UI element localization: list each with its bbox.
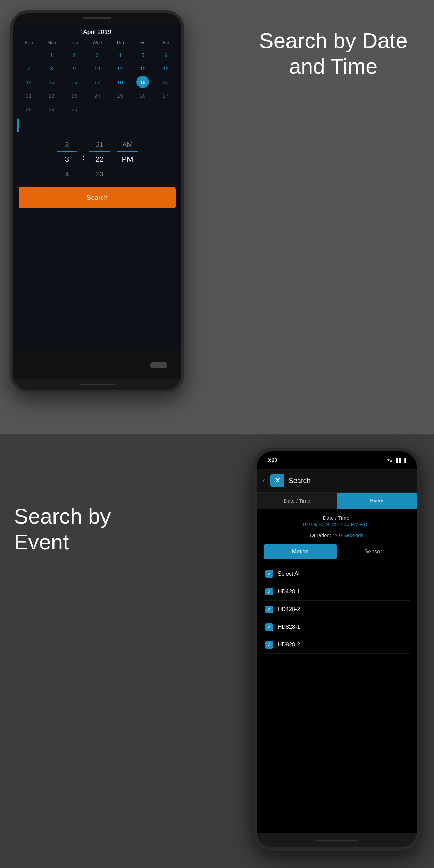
check-hd428-2[interactable]: ✓ HD428-2 bbox=[264, 601, 410, 618]
checkbox-hd828-1[interactable]: ✓ bbox=[265, 623, 273, 631]
cal-week-3: 14 15 16 17 18 19 20 bbox=[17, 76, 177, 89]
cal-day-29[interactable]: 29 bbox=[40, 103, 63, 116]
cal-day-23[interactable]: 23 bbox=[63, 89, 86, 102]
calendar-weekdays: Sun Mon Tue Wed Thu Fri Sat bbox=[17, 39, 177, 47]
cal-day-8[interactable]: 8 bbox=[40, 62, 63, 75]
check-label-select-all: Select All bbox=[278, 571, 301, 577]
hour-prev: 2 bbox=[65, 139, 69, 151]
cal-day-7[interactable]: 7 bbox=[17, 62, 40, 75]
calendar-grid: Sun Mon Tue Wed Thu Fri Sat 1 2 3 4 5 6 bbox=[13, 39, 181, 116]
tab-bar: Date / Time Event bbox=[257, 493, 417, 509]
check-label-hd428-2: HD428-2 bbox=[278, 606, 300, 612]
chin-bar bbox=[80, 384, 115, 385]
phone2-screen: ‹ ✕ Search Date / Time Event Date / Time… bbox=[257, 469, 417, 833]
tab-event[interactable]: Event bbox=[337, 493, 417, 509]
top-section: Search by Date and Time April 2019 Sun M… bbox=[0, 0, 434, 434]
hour-active: 3 bbox=[65, 153, 69, 166]
home-button[interactable] bbox=[150, 362, 167, 368]
checkbox-hd428-1[interactable]: ✓ bbox=[265, 588, 273, 595]
battery-icon: ▐ bbox=[403, 458, 406, 463]
event-tab-motion[interactable]: Motion bbox=[264, 544, 337, 559]
min-underline bbox=[89, 151, 110, 152]
check-hd828-1[interactable]: ✓ HD828-1 bbox=[264, 618, 410, 636]
cal-day-15[interactable]: 15 bbox=[40, 76, 63, 89]
cal-day-25[interactable]: 25 bbox=[109, 89, 132, 102]
ampm-column[interactable]: AM PM bbox=[114, 139, 141, 180]
phone2-chin bbox=[257, 833, 417, 847]
cal-week-1: 1 2 3 4 5 6 bbox=[17, 49, 177, 61]
cal-day-2[interactable]: 2 bbox=[63, 49, 86, 61]
cal-day-26[interactable]: 26 bbox=[132, 89, 155, 102]
phone1-bottom-nav: ‹ bbox=[13, 351, 181, 379]
cal-day-empty3 bbox=[132, 103, 155, 116]
cal-day-30[interactable]: 30 bbox=[63, 103, 86, 116]
check-icon: ✓ bbox=[267, 607, 271, 612]
speaker bbox=[83, 17, 111, 19]
cal-day-5[interactable]: 5 bbox=[132, 49, 155, 61]
cal-day-13[interactable]: 13 bbox=[154, 62, 177, 75]
hour-column[interactable]: 2 3 4 bbox=[53, 139, 81, 180]
cal-day-6[interactable]: 6 bbox=[154, 49, 177, 61]
check-label-hd428-1: HD428-1 bbox=[278, 589, 300, 595]
cal-day-19-selected[interactable]: 19 bbox=[136, 76, 149, 88]
cal-day-10[interactable]: 10 bbox=[86, 62, 109, 75]
cal-day-27[interactable]: 27 bbox=[154, 89, 177, 102]
app-header: ‹ ✕ Search bbox=[257, 469, 417, 493]
event-tab-sensor[interactable]: Sensor bbox=[337, 544, 410, 559]
checkbox-hd828-2[interactable]: ✓ bbox=[265, 641, 273, 649]
cal-day-3[interactable]: 3 bbox=[86, 49, 109, 61]
signal-icon: ▐▐ bbox=[394, 458, 401, 463]
min-active: 22 bbox=[95, 153, 104, 166]
ampm-underline2 bbox=[117, 167, 138, 167]
bottom-label: Search by Event bbox=[14, 503, 111, 555]
ampm-prev: AM bbox=[122, 139, 133, 151]
minute-column[interactable]: 21 22 23 bbox=[86, 139, 114, 180]
min-underline2 bbox=[89, 167, 110, 167]
datetime-value: 04/19/2019, 3:22:00 PM PDT bbox=[303, 521, 370, 527]
cal-day-21[interactable]: 21 bbox=[17, 89, 40, 102]
check-label-hd828-1: HD828-1 bbox=[278, 624, 300, 630]
check-hd828-2[interactable]: ✓ HD828-2 bbox=[264, 636, 410, 654]
checkbox-hd428-2[interactable]: ✓ bbox=[265, 606, 273, 613]
back-arrow-icon[interactable]: ‹ bbox=[262, 476, 265, 485]
phone2: 3:23 ▾▴ ▐▐ ▐ ‹ ✕ Search Date / Time Even… bbox=[253, 448, 420, 851]
weekday-thu: Thu bbox=[109, 39, 132, 47]
min-next: 23 bbox=[96, 168, 103, 180]
app-logo: ✕ bbox=[270, 474, 284, 487]
checkbox-select-all[interactable]: ✓ bbox=[265, 570, 273, 578]
time-picker: 2 3 4 : 21 22 23 AM bbox=[13, 135, 181, 180]
min-prev: 21 bbox=[96, 139, 103, 151]
status-bar: 3:23 ▾▴ ▐▐ ▐ bbox=[257, 451, 417, 469]
ampm-empty bbox=[126, 168, 128, 180]
cal-week-2: 7 8 9 10 11 12 13 bbox=[17, 62, 177, 75]
check-label-hd828-2: HD828-2 bbox=[278, 642, 300, 648]
check-hd428-1[interactable]: ✓ HD428-1 bbox=[264, 583, 410, 601]
cal-day-24[interactable]: 24 bbox=[86, 89, 109, 102]
cal-day-11[interactable]: 11 bbox=[109, 62, 132, 75]
ampm-active: PM bbox=[122, 153, 133, 166]
calendar-divider bbox=[17, 118, 19, 132]
cal-day-28[interactable]: 28 bbox=[17, 103, 40, 116]
check-icon: ✓ bbox=[267, 624, 271, 630]
cal-day-17[interactable]: 17 bbox=[86, 76, 109, 89]
cal-day-1[interactable]: 1 bbox=[40, 49, 63, 61]
chin-bar2 bbox=[316, 840, 358, 841]
tab-date-time[interactable]: Date / Time bbox=[257, 493, 337, 509]
cal-day-12[interactable]: 12 bbox=[132, 62, 155, 75]
cal-day[interactable] bbox=[17, 49, 40, 61]
cal-day-9[interactable]: 9 bbox=[63, 62, 86, 75]
cal-day-14[interactable]: 14 bbox=[17, 76, 40, 89]
cal-day-18[interactable]: 18 bbox=[109, 76, 132, 89]
check-icon: ✓ bbox=[267, 642, 271, 648]
check-select-all[interactable]: ✓ Select All bbox=[264, 565, 410, 583]
cal-week-5: 28 29 30 bbox=[17, 103, 177, 116]
back-button[interactable]: ‹ bbox=[27, 361, 30, 369]
hour-underline bbox=[57, 151, 77, 152]
cal-week-4: 21 22 23 24 25 26 27 bbox=[17, 89, 177, 102]
hour-next: 4 bbox=[65, 168, 69, 180]
cal-day-22[interactable]: 22 bbox=[40, 89, 63, 102]
cal-day-16[interactable]: 16 bbox=[63, 76, 86, 89]
cal-day-20[interactable]: 20 bbox=[154, 76, 177, 89]
cal-day-4[interactable]: 4 bbox=[109, 49, 132, 61]
search-button[interactable]: Search bbox=[19, 187, 176, 208]
